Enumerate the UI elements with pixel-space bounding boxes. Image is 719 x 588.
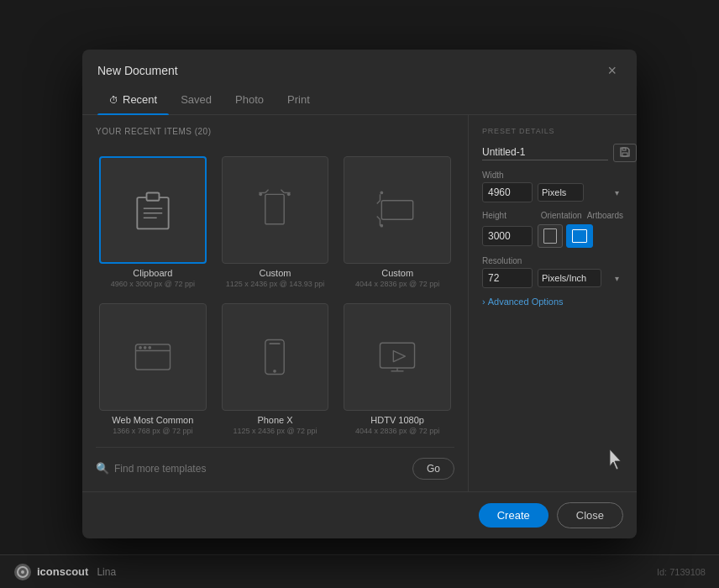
svg-rect-27	[380, 343, 415, 368]
template-size-custom2: 4044 x 2836 px @ 72 ppi	[355, 280, 439, 288]
close-button[interactable]: Close	[557, 502, 623, 528]
template-thumb-custom1	[222, 156, 329, 264]
template-thumb-clipboard	[99, 156, 207, 264]
template-label-phone: Phone X	[257, 415, 292, 425]
tab-print[interactable]: Print	[276, 88, 322, 114]
tab-bar: ⏱ Recent Saved Photo Print	[82, 80, 637, 115]
recent-items-label: YOUR RECENT ITEMS (20)	[96, 127, 212, 136]
svg-point-26	[274, 370, 277, 373]
template-size-clipboard: 4960 x 3000 px @ 72 ppi	[111, 280, 195, 288]
template-hdtv[interactable]: HDTV 1080p 4044 x 2836 px @ 72 ppi	[340, 300, 454, 438]
template-grid-row2: Web Most Common 1366 x 768 px @ 72 ppi P…	[96, 300, 454, 438]
svg-rect-32	[622, 148, 626, 150]
svg-line-7	[265, 190, 269, 193]
template-thumb-phone	[222, 303, 329, 411]
svg-point-8	[260, 193, 263, 197]
template-custom1[interactable]: Custom 1125 x 2436 px @ 143.93 ppi	[218, 153, 333, 291]
search-box: 🔍	[96, 462, 406, 475]
tab-saved[interactable]: Saved	[169, 88, 223, 114]
preset-name-input[interactable]	[482, 146, 608, 160]
preset-section-label: PRESET DETAILS	[482, 127, 623, 135]
templates-panel: YOUR RECENT ITEMS (20) Clip	[82, 115, 469, 491]
orientation-buttons	[538, 224, 593, 248]
svg-point-21	[139, 346, 142, 349]
resolution-label: Resolution	[482, 256, 623, 265]
svg-point-15	[380, 192, 384, 195]
template-label-web: Web Most Common	[112, 415, 193, 425]
custom-portrait-icon	[251, 186, 298, 234]
width-input[interactable]	[482, 182, 533, 202]
svg-point-22	[144, 346, 147, 349]
dialog-title: New Document	[97, 64, 178, 77]
search-input[interactable]	[114, 463, 406, 475]
custom-landscape-icon	[374, 186, 421, 234]
template-thumb-custom2	[344, 156, 451, 264]
artboards-label: Artboards	[587, 211, 623, 220]
dialog-footer: Create Close	[82, 491, 637, 538]
tab-recent[interactable]: ⏱ Recent	[97, 88, 169, 114]
dialog-header: New Document ×	[82, 50, 637, 80]
resolution-input[interactable]	[482, 268, 533, 288]
advanced-options-link[interactable]: › Advanced Options	[482, 297, 623, 307]
svg-rect-1	[146, 193, 159, 201]
template-label-custom2: Custom	[381, 268, 413, 278]
cursor-icon	[606, 448, 623, 471]
template-size-hdtv: 4044 x 2836 px @ 72 ppi	[355, 427, 439, 435]
resolution-field: Resolution Pixels/Inch Pixels/cm	[482, 256, 623, 288]
bottom-app-name: Lina	[97, 566, 116, 578]
svg-marker-28	[393, 350, 405, 361]
portrait-icon	[543, 228, 557, 244]
template-label-hdtv: HDTV 1080p	[370, 415, 424, 425]
landscape-icon	[572, 229, 587, 243]
svg-line-18	[377, 217, 380, 220]
template-label-custom1: Custom	[260, 268, 291, 278]
dialog-body: YOUR RECENT ITEMS (20) Clip	[82, 115, 637, 491]
template-label-clipboard: Clipboard	[133, 268, 172, 278]
tv-play-icon	[374, 333, 421, 381]
iconscout-logo-icon	[13, 563, 32, 581]
svg-line-14	[377, 201, 380, 204]
chevron-right-icon: ›	[482, 297, 485, 307]
preset-name-row	[482, 144, 623, 162]
svg-line-11	[281, 190, 285, 193]
svg-rect-24	[265, 339, 284, 374]
template-clipboard[interactable]: Clipboard 4960 x 3000 px @ 72 ppi	[96, 153, 210, 291]
svg-rect-12	[381, 201, 412, 219]
resolution-unit-select[interactable]: Pixels/Inch Pixels/cm	[538, 269, 601, 287]
height-input[interactable]	[482, 226, 533, 246]
template-web[interactable]: Web Most Common 1366 x 768 px @ 72 ppi	[96, 300, 210, 438]
width-label: Width	[482, 171, 623, 180]
recent-icon: ⏱	[109, 95, 118, 105]
template-size-phone: 1125 x 2436 px @ 72 ppi	[233, 427, 317, 435]
create-button[interactable]: Create	[479, 503, 548, 528]
search-row: 🔍 Go	[96, 447, 454, 480]
bottom-logo: iconscout	[13, 563, 88, 581]
portrait-button[interactable]	[538, 224, 563, 248]
template-thumb-web	[99, 303, 207, 411]
template-custom2[interactable]: Custom 4044 x 2836 px @ 72 ppi	[340, 153, 454, 291]
height-label: Height	[482, 211, 506, 220]
dialog-close-x-button[interactable]: ×	[602, 61, 622, 80]
browser-icon	[129, 333, 176, 381]
tab-photo[interactable]: Photo	[223, 88, 276, 114]
svg-rect-5	[265, 194, 284, 223]
width-field: Width Pixels Inches cm mm	[482, 171, 623, 202]
height-orientation-row: Height Orientation Artboards	[482, 211, 623, 248]
template-grid-row1: Clipboard 4960 x 3000 px @ 72 ppi	[96, 153, 454, 291]
save-preset-button[interactable]	[613, 144, 637, 162]
svg-point-35	[21, 570, 24, 574]
cursor-area	[482, 315, 623, 479]
go-button[interactable]: Go	[412, 458, 454, 480]
template-size-custom1: 1125 x 2436 px @ 143.93 ppi	[226, 280, 325, 288]
width-unit-select[interactable]: Pixels Inches cm mm	[538, 183, 584, 202]
new-document-dialog: New Document × ⏱ Recent Saved Photo Prin…	[82, 50, 637, 538]
clipboard-icon	[129, 186, 176, 234]
template-phone[interactable]: Phone X 1125 x 2436 px @ 72 ppi	[218, 300, 333, 438]
search-icon: 🔍	[96, 462, 109, 475]
bottom-id: Id: 7139108	[657, 567, 706, 577]
landscape-button[interactable]	[566, 224, 593, 248]
bottom-bar: iconscout Lina Id: 7139108	[0, 554, 719, 588]
svg-rect-31	[622, 153, 627, 156]
save-icon	[619, 146, 631, 158]
template-size-web: 1366 x 768 px @ 72 ppi	[113, 427, 192, 435]
